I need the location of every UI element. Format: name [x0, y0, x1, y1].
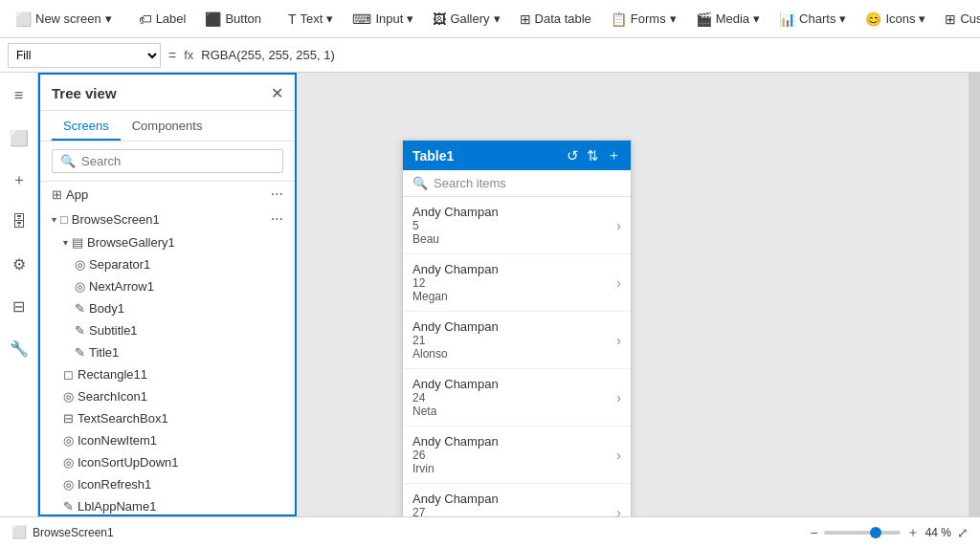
browsescreen-expand-icon[interactable]: ▾	[52, 214, 56, 225]
tree-item-app[interactable]: ⊞ App ···	[40, 182, 295, 207]
table-sort-icon[interactable]: ⇅	[587, 147, 599, 164]
tab-screens[interactable]: Screens	[52, 111, 121, 141]
app-more-icon[interactable]: ···	[271, 186, 283, 203]
sidebar-home-icon[interactable]: ≡	[4, 80, 34, 111]
table-search-bar[interactable]: 🔍 Search items	[403, 170, 631, 197]
table-row-content: Andy Champan 26 Irvin	[412, 434, 616, 475]
table-header: Table1 ↺ ⇅ ＋	[403, 141, 631, 170]
data-table-button[interactable]: ⊞ Data table	[512, 8, 599, 31]
zoom-slider[interactable]	[824, 531, 901, 535]
tree-item-browsescreen1[interactable]: ▾ □ BrowseScreen1 ···	[40, 207, 295, 231]
charts-button[interactable]: 📊 Charts ▾	[771, 8, 854, 31]
table-row-num: 26	[412, 449, 616, 462]
table-row[interactable]: Andy Champan 24 Neta ›	[403, 369, 631, 427]
browsescreen-more-icon[interactable]: ···	[271, 210, 283, 228]
table-row-sub: Neta	[412, 405, 616, 418]
property-select[interactable]: Fill	[8, 43, 161, 68]
sidebar-variable-icon[interactable]: ⚙	[4, 249, 34, 279]
tab-components[interactable]: Components	[121, 111, 214, 141]
tree-item-title1[interactable]: ✎ Title1	[40, 341, 295, 363]
sidebar-data-icon[interactable]: 🗄	[4, 207, 34, 237]
fullscreen-button[interactable]: ⤢	[957, 525, 969, 540]
table-row-num: 5	[412, 219, 616, 232]
table-row-sub: Beau	[412, 232, 616, 246]
tree-item-lblappname1[interactable]: ✎ LblAppName1	[40, 495, 295, 514]
zoom-out-button[interactable]: −	[810, 525, 817, 540]
new-screen-icon: ⬜	[15, 11, 32, 27]
button-button[interactable]: ⬛ Button	[197, 8, 269, 31]
tree-close-button[interactable]: ✕	[271, 84, 283, 102]
table-row[interactable]: Andy Champan 21 Alonso ›	[403, 312, 631, 369]
label-icon: 🏷	[139, 11, 152, 27]
text-label: Text	[301, 11, 323, 26]
tree-item-iconrefresh1[interactable]: ◎ IconRefresh1	[40, 473, 295, 495]
new-screen-button[interactable]: ⬜ New screen ▾	[8, 8, 120, 31]
tree-item-separator1[interactable]: ◎ Separator1	[40, 253, 295, 275]
iconsortupdown-label: IconSortUpDown1	[78, 455, 283, 470]
custom-button[interactable]: ⊞ Custom	[937, 8, 980, 31]
media-button[interactable]: 🎬 Media ▾	[688, 8, 768, 31]
text-chevron: ▾	[326, 11, 333, 26]
table-refresh-icon[interactable]: ↺	[567, 147, 579, 164]
gallery-button[interactable]: 🖼 Gallery ▾	[425, 8, 507, 31]
tree-search-icon: 🔍	[60, 154, 76, 168]
tree-search-input[interactable]	[81, 154, 275, 168]
table-row-content: Andy Champan 24 Neta	[412, 377, 616, 418]
sidebar-add-icon[interactable]: ＋	[4, 164, 34, 195]
label-label: Label	[156, 11, 187, 26]
new-screen-chevron: ▾	[105, 11, 112, 26]
tree-item-nextarrow1[interactable]: ◎ NextArrow1	[40, 275, 295, 297]
tree-item-searchicon1[interactable]: ◎ SearchIcon1	[40, 385, 295, 407]
label-button[interactable]: 🏷 Label	[131, 8, 194, 31]
table-row-num: 27	[412, 506, 616, 516]
sidebar-screen-icon[interactable]: ⬜	[4, 122, 34, 153]
tree-header: Tree view ✕	[40, 75, 295, 111]
tree-search-box[interactable]: 🔍	[52, 149, 283, 173]
table-row[interactable]: Andy Champan 12 Megan ›	[403, 254, 631, 312]
formula-input[interactable]	[201, 43, 972, 68]
tree-item-body1[interactable]: ✎ Body1	[40, 297, 295, 319]
input-button[interactable]: ⌨ Input ▾	[345, 8, 421, 31]
icons-button[interactable]: 😊 Icons ▾	[858, 8, 933, 31]
sidebar-component-icon[interactable]: ⊟	[4, 291, 34, 321]
fx-icon: fx	[184, 48, 193, 62]
zoom-in-button[interactable]: ＋	[906, 524, 920, 541]
table-row-content: Andy Champan 27 Mechelle	[412, 492, 616, 516]
gallery-expand-icon[interactable]: ▾	[63, 237, 68, 248]
table-row[interactable]: Andy Champan 27 Mechelle ›	[403, 484, 631, 516]
zoom-controls: − ＋ 44 % ⤢	[810, 524, 969, 541]
new-screen-label: New screen	[35, 11, 101, 26]
table-row-arrow-icon: ›	[616, 505, 621, 517]
data-table-label: Data table	[535, 11, 591, 26]
body-icon: ✎	[75, 301, 85, 316]
separator-icon: ◎	[75, 257, 85, 272]
screen-icon: ⬜	[11, 525, 27, 539]
tree-item-subtitle1[interactable]: ✎ Subtitle1	[40, 319, 295, 341]
canvas: Table1 ↺ ⇅ ＋ 🔍 Search items Andy Champan…	[297, 73, 980, 516]
tree-item-textsearchbox1[interactable]: ⊟ TextSearchBox1	[40, 407, 295, 429]
table-row-name: Andy Champan	[412, 492, 616, 506]
sidebar-settings-icon[interactable]: 🔧	[4, 333, 34, 363]
table-row[interactable]: Andy Champan 26 Irvin ›	[403, 427, 631, 484]
tree-item-rectangle11[interactable]: ◻ Rectangle11	[40, 363, 295, 385]
screen-indicator: ⬜ BrowseScreen1	[11, 525, 114, 539]
tree-title: Tree view	[52, 85, 117, 101]
forms-button[interactable]: 📋 Forms ▾	[603, 8, 684, 31]
table-row-sub: Megan	[412, 290, 616, 303]
input-label: Input	[375, 11, 403, 26]
tree-item-iconsortupdown1[interactable]: ◎ IconSortUpDown1	[40, 451, 295, 473]
data-table-icon: ⊞	[520, 11, 531, 27]
text-button[interactable]: T Text ▾	[280, 8, 341, 31]
forms-icon: 📋	[611, 11, 627, 27]
table-row[interactable]: Andy Champan 5 Beau ›	[403, 197, 631, 254]
table-row-content: Andy Champan 21 Alonso	[412, 319, 616, 361]
tree-item-browsegallery1[interactable]: ▾ ▤ BrowseGallery1	[40, 231, 295, 253]
tree-item-iconnewitem1[interactable]: ◎ IconNewItem1	[40, 429, 295, 451]
app-icon: ⊞	[52, 187, 62, 202]
table-row-arrow-icon: ›	[616, 390, 621, 405]
input-chevron: ▾	[407, 11, 413, 26]
table-title: Table1	[412, 148, 559, 164]
formula-bar: Fill = fx	[0, 38, 980, 73]
canvas-scrollbar[interactable]	[969, 73, 980, 516]
table-add-icon[interactable]: ＋	[607, 146, 621, 164]
